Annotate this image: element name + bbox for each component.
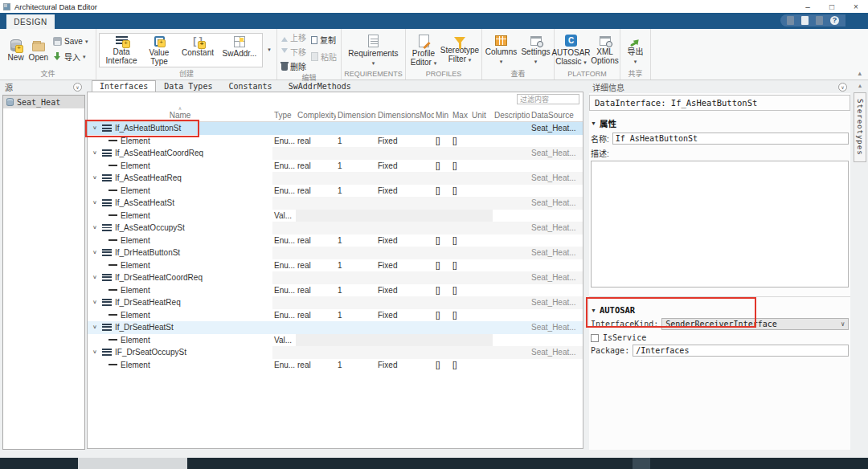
main-editor: Interfaces Data Types Constants SwAddrMe… xyxy=(87,80,583,450)
chevron-down-icon[interactable]: ∨ xyxy=(92,150,100,156)
move-up-button[interactable]: 上移 xyxy=(280,31,308,44)
column-header-min[interactable]: Min xyxy=(434,106,451,121)
column-header-max[interactable]: Max xyxy=(451,106,470,121)
chevron-down-icon[interactable]: ∨ xyxy=(92,175,100,181)
save-button[interactable]: Save▾ xyxy=(51,36,89,47)
table-row[interactable]: ∨ Element Enu... real 1 Fixed [] [] xyxy=(88,185,583,198)
new-button[interactable]: New xyxy=(6,38,26,62)
details-collapse-icon[interactable]: ∨ xyxy=(838,83,847,92)
properties-section-header[interactable]: ▼ 属性 xyxy=(591,117,849,129)
row-label: Element xyxy=(121,236,150,245)
column-header-type[interactable]: Type xyxy=(272,106,296,121)
quick-icon-1[interactable] xyxy=(787,16,794,25)
table-row[interactable]: ∨ If_AsSeatHeatCoordReq Seat_Heat... xyxy=(88,147,583,160)
chevron-down-icon[interactable]: ∨ xyxy=(92,324,100,330)
package-input[interactable] xyxy=(633,345,849,357)
chevron-down-icon[interactable]: ∨ xyxy=(92,300,100,305)
table-row[interactable]: ∨ Element Enu... real 1 Fixed [] [] xyxy=(88,160,583,173)
table-row[interactable]: ∨ If_DrHeatButtonSt Seat_Heat... xyxy=(88,247,583,259)
interface-kind-dropdown[interactable]: SenderReceiverInterface ∨ xyxy=(661,318,849,330)
table-row[interactable]: ∨ If_AsSeatHeatSt Seat_Heat... xyxy=(88,197,583,210)
value-type-button[interactable]: Value Type xyxy=(141,35,177,66)
settings-button[interactable]: Settings▾ xyxy=(520,35,552,66)
help-icon[interactable]: ? xyxy=(830,16,839,25)
is-service-checkbox[interactable] xyxy=(591,334,599,342)
chevron-down-icon[interactable]: ∨ xyxy=(92,250,100,255)
tab-data-types[interactable]: Data Types xyxy=(156,80,220,92)
column-header-datasource[interactable]: DataSource xyxy=(530,106,583,121)
table-row[interactable]: ∨ If_AsHeatButtonSt Seat_Heat... xyxy=(88,122,583,135)
table-row[interactable]: ∨ If_DrSeatHeatSt Seat_Heat... xyxy=(88,321,583,334)
table-row[interactable]: ∨ If_DrSeatHeatReq Seat_Heat... xyxy=(88,296,583,309)
open-button[interactable]: Open xyxy=(27,38,50,62)
interfaces-table: ∧ Name Type Complexity Dimensions Dimens… xyxy=(87,92,583,449)
element-dash-icon xyxy=(108,239,117,241)
paste-button[interactable]: 粘贴 xyxy=(309,50,338,63)
element-dash-icon xyxy=(108,339,117,341)
autosar-section-header[interactable]: ▼ AUTOSAR xyxy=(591,305,849,315)
table-row[interactable]: ∨ IF_DrSeatOccupySt Seat_Heat... xyxy=(88,346,583,359)
autosar-classic-button[interactable]: C AUTOSAR Classic ▾ xyxy=(555,33,588,67)
taskbar-app-button[interactable] xyxy=(633,458,650,469)
move-down-icon xyxy=(281,48,288,56)
table-header[interactable]: ∧ Name Type Complexity Dimensions Dimens… xyxy=(88,106,583,122)
section-label-create: 创建 xyxy=(96,69,276,80)
dock-collapse-icon[interactable]: ▴ xyxy=(858,82,862,89)
column-header-description[interactable]: Description xyxy=(493,106,530,121)
description-textarea[interactable] xyxy=(591,161,849,288)
quick-icon-3[interactable] xyxy=(816,16,823,25)
sidebar-collapse-icon[interactable]: ∨ xyxy=(73,83,82,92)
column-header-dimensionsmode[interactable]: DimensionsMode xyxy=(376,106,434,121)
table-row[interactable]: ∨ If_AsSeatOccupySt Seat_Heat... xyxy=(88,222,583,234)
filter-input[interactable] xyxy=(517,94,579,104)
sidebar-item-seat-heat[interactable]: Seat_Heat xyxy=(3,96,84,108)
export-button[interactable]: 导出▾ xyxy=(623,35,648,66)
copy-button[interactable]: 复制 xyxy=(309,33,338,47)
create-gallery-dropdown[interactable]: ▾ xyxy=(264,47,274,53)
table-row[interactable]: ∨ Element Enu... real 1 Fixed [] [] xyxy=(88,135,583,148)
tab-constants[interactable]: Constants xyxy=(220,80,280,92)
xml-options-button[interactable]: XML Options xyxy=(590,35,620,65)
chevron-down-icon[interactable]: ∨ xyxy=(92,125,100,131)
table-row[interactable]: ∨ If_DrSeatHeatCoordReq Seat_Heat... xyxy=(88,271,583,284)
toolbar-section-edit: 上移 下移 删除 复制 粘贴 xyxy=(277,29,342,80)
name-input[interactable] xyxy=(612,133,849,145)
chevron-down-icon[interactable]: ∨ xyxy=(92,225,100,230)
table-row[interactable]: ∨ If_AsSeatHeatReq Seat_Heat... xyxy=(88,172,583,185)
table-row[interactable]: ∨ Element Enu... real 1 Fixed [] [] xyxy=(88,309,583,322)
table-row[interactable]: ∨ Element Val... xyxy=(88,210,583,222)
delete-button[interactable]: 删除 xyxy=(280,59,308,73)
quick-icon-2[interactable] xyxy=(801,16,809,25)
table-row[interactable]: ∨ Element Enu... real 1 Fixed [] [] xyxy=(88,284,583,297)
table-row[interactable]: ∨ Element Enu... real 1 Fixed [] [] xyxy=(88,234,583,247)
close-button[interactable]: × xyxy=(844,0,868,13)
import-button[interactable]: 导入▾ xyxy=(51,50,89,63)
stereotype-filter-button[interactable]: Stereotype Filter ▾ xyxy=(440,35,479,64)
column-header-name[interactable]: ∧ Name xyxy=(88,106,272,121)
chevron-down-icon[interactable]: ∨ xyxy=(92,200,100,206)
table-row[interactable]: ∨ Element Enu... real 1 Fixed [] [] xyxy=(88,359,583,372)
element-dash-icon xyxy=(108,264,117,266)
tab-design[interactable]: DESIGN xyxy=(6,14,55,29)
minimize-button[interactable]: – xyxy=(796,0,820,13)
move-down-button[interactable]: 下移 xyxy=(280,45,308,59)
collapse-ribbon-icon[interactable]: ▴ xyxy=(858,69,862,77)
table-row[interactable]: ∨ Element Val... xyxy=(88,334,583,347)
constant-button[interactable]: [ ] Constant xyxy=(177,35,219,66)
profile-editor-button[interactable]: Profile Editor ▾ xyxy=(408,33,439,67)
tab-stereotypes[interactable]: Stereotypes xyxy=(854,92,866,162)
chevron-down-icon[interactable]: ∨ xyxy=(92,275,100,280)
tab-swaddrmethods[interactable]: SwAddrMethods xyxy=(280,80,359,92)
swaddr-button[interactable]: SwAddr... xyxy=(219,35,260,66)
table-row[interactable]: ∨ Element Enu... real 1 Fixed [] [] xyxy=(88,259,583,272)
column-header-unit[interactable]: Unit xyxy=(470,106,493,121)
columns-button[interactable]: Columns▾ xyxy=(485,34,518,66)
column-header-complexity[interactable]: Complexity xyxy=(296,106,336,121)
column-header-dimensions[interactable]: Dimensions xyxy=(336,106,376,121)
maximize-button[interactable]: □ xyxy=(820,0,844,13)
chevron-down-icon[interactable]: ∨ xyxy=(92,349,100,355)
interface-icon xyxy=(102,249,112,256)
tab-interfaces[interactable]: Interfaces xyxy=(92,80,156,92)
data-interface-button[interactable]: Data Interface xyxy=(101,35,141,66)
requirements-button[interactable]: Requirements▾ xyxy=(345,33,403,67)
